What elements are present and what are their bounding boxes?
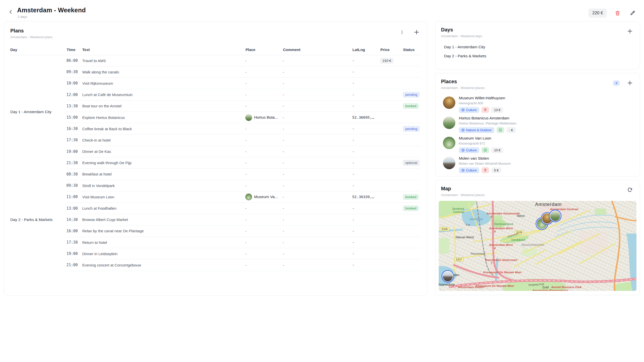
map-label: hoevedorp — [439, 283, 455, 286]
cell-comment: - — [283, 240, 352, 245]
cell-text: Check-in at hotel — [82, 138, 245, 142]
cell-place: - — [245, 81, 283, 85]
refresh-map-button[interactable] — [626, 186, 634, 194]
plans-menu-button[interactable] — [398, 28, 406, 36]
cell-comment: - — [283, 93, 352, 97]
cell-time: 06:00 — [66, 58, 82, 63]
category-cube-icon — [461, 149, 465, 152]
table-row[interactable]: 06:00 Travel to AMS - - - 210 € — [66, 55, 421, 66]
trash-icon — [615, 10, 620, 16]
table-row[interactable]: 09:30 Walk along the canals - - - — [66, 66, 421, 78]
cell-latlng: - — [352, 161, 380, 165]
map-label: 6 — [494, 230, 496, 233]
map-label: West — [517, 214, 525, 218]
cell-status: booked — [403, 205, 421, 211]
map-label: S106 — [440, 227, 449, 231]
cell-time: 16:00 — [66, 229, 82, 233]
cell-text: Lunch at Café de Museumtuin — [82, 93, 245, 97]
table-row[interactable]: 15:00 Explore Hortus Botanicus Hortus Bo… — [66, 112, 421, 123]
cell-text: Explore Hortus Botanicus — [82, 115, 245, 120]
map-place-marker[interactable] — [441, 270, 454, 283]
cell-time: 13:00 — [66, 206, 82, 211]
table-row[interactable]: 16:30 Coffee break at Back to Black - - … — [66, 123, 421, 134]
map-card: Map Amsterdam - Weekend places — [435, 180, 640, 295]
table-row[interactable]: 12:00 Lunch at Café de Museumtuin - - - … — [66, 89, 421, 101]
map-label: S107 — [454, 257, 464, 261]
status-badge: pending — [403, 92, 420, 98]
cell-comment: - — [283, 195, 352, 199]
table-row[interactable]: 21:30 Evening walk through De Pijp - - -… — [66, 157, 421, 169]
place-photo — [443, 97, 455, 109]
edit-trip-button[interactable] — [628, 9, 637, 17]
cell-place: - — [245, 149, 283, 154]
table-row[interactable]: 09:30 Stroll in Vondelpark - - - — [66, 180, 421, 191]
table-row[interactable]: 19:00 Dinner at De Kas - - - — [66, 146, 421, 157]
cell-place: - — [245, 217, 283, 222]
map-label: Plesmanlaan — [471, 252, 485, 255]
place-thumbnail — [245, 194, 252, 200]
add-place-button[interactable] — [626, 79, 634, 87]
map-view[interactable]: AmsterdamAmsterdam CentraalSportparkOokm… — [439, 201, 636, 291]
place-card[interactable]: Museum Willet-Holthuysen Herengracht 605… — [441, 94, 634, 114]
plans-card: Plans Amsterdam - Weekend plans Day Time… — [4, 21, 427, 296]
table-row[interactable]: 17:30 Return to hotel - - - — [66, 237, 421, 248]
delete-trip-button[interactable] — [613, 9, 622, 17]
cell-status: booked — [403, 103, 421, 109]
cell-comment: - — [283, 138, 352, 142]
add-plan-button[interactable] — [412, 28, 421, 36]
plans-header: Plans Amsterdam - Weekend plans — [10, 28, 421, 39]
column-header-place: Place — [246, 48, 283, 52]
cell-latlng: - — [352, 229, 380, 233]
table-row[interactable]: 13:00 Lunch at Foodhallen - - - booked — [66, 203, 421, 214]
map-label: Nieuw-West — [456, 235, 474, 239]
cell-text: Breakfast at hotel — [82, 172, 245, 176]
table-row[interactable]: 08:30 Breakfast at hotel - - - — [66, 169, 421, 180]
cell-latlng: - — [352, 240, 380, 244]
kebab-menu-icon — [400, 30, 404, 34]
plus-icon — [627, 28, 633, 34]
category-badge: Culture — [459, 147, 479, 153]
place-address: Herengracht 605 — [459, 101, 505, 105]
cell-status: booked — [403, 194, 421, 200]
table-row[interactable]: 10:00 Visit Rijksmuseum - - - — [66, 78, 421, 89]
place-card[interactable]: Museum Van Loon Keizersgracht 672 Cultur… — [441, 134, 634, 154]
day-list-item[interactable]: Day 1 - Amsterdam City — [441, 42, 634, 52]
place-photo — [443, 157, 455, 169]
cell-latlng: - — [352, 138, 380, 142]
table-row[interactable]: 21:00 Evening concert at Concertgebouw -… — [66, 259, 421, 271]
cell-latlng: - — [352, 150, 380, 154]
table-row[interactable]: 16:00 Relax by the canal near De Plantag… — [66, 225, 421, 237]
page-header: Amsterdam - Weekend 2 days 220 € — [0, 0, 644, 21]
table-row[interactable]: 14:30 Browse Albert Cuyp Market - - - — [66, 214, 421, 225]
refresh-icon — [627, 187, 633, 193]
map-label: Amsterdam-Slotervaart — [485, 258, 517, 261]
map-label: Knooppunt De Nieuwe Meer — [483, 271, 522, 274]
cell-text: Lunch at Foodhallen — [82, 206, 245, 210]
cell-time: 21:00 — [66, 263, 82, 267]
add-day-button[interactable] — [626, 27, 634, 35]
day-list-item[interactable]: Day 2 - Parks & Markets — [441, 52, 634, 61]
cell-time: 10:00 — [66, 81, 82, 85]
cell-place: - — [245, 104, 283, 108]
cell-place: Hortus Bota... — [245, 114, 283, 121]
days-card: Days Amsterdam - Weekend days Day 1 - Am… — [435, 21, 640, 69]
place-address: Keizersgracht 672 — [459, 142, 503, 145]
cell-text: Travel to AMS — [82, 59, 245, 63]
flag-badge — [481, 147, 489, 153]
cell-comment: - — [283, 115, 352, 120]
back-button[interactable] — [7, 8, 15, 16]
place-badges: Nature & Outdoor - € — [459, 127, 516, 133]
cell-comment: - — [283, 59, 352, 63]
table-row[interactable]: 11:00 Visit Museum Loon Museum Va... - 5… — [66, 191, 421, 203]
cell-comment: - — [283, 161, 352, 165]
place-card[interactable]: Molen van Sloten Molen van Sloten Windmi… — [441, 154, 634, 174]
place-badges: Culture 5 € — [459, 167, 511, 173]
table-row[interactable]: 17:30 Check-in at hotel - - - — [66, 134, 421, 146]
map-place-marker[interactable] — [549, 210, 561, 222]
cell-text: Return to hotel — [82, 240, 245, 245]
place-name: Molen van Sloten — [459, 156, 511, 161]
place-card[interactable]: Hortus Botanicus Amsterdam Hortus Botani… — [441, 114, 634, 134]
table-row[interactable]: 19:00 Dinner in Leidseplein - - - — [66, 248, 421, 259]
table-row[interactable]: 13:30 Boat tour on the Amstel - - - book… — [66, 101, 421, 112]
cell-place: - — [245, 263, 283, 267]
